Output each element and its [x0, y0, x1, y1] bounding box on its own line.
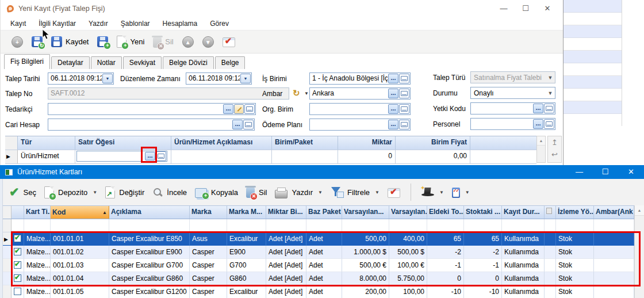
- table-row[interactable]: Malze... 001.01.05 Casper Excalibur G120…: [3, 285, 634, 298]
- satir-ogesi-cell[interactable]: ...: [75, 150, 171, 163]
- checkbox-cell[interactable]: [12, 246, 24, 259]
- table-row[interactable]: Malze... 001.01.02 Casper Excalibur E900…: [3, 246, 634, 259]
- dropdown-caret-icon[interactable]: ▼: [318, 190, 323, 195]
- column-header-marka-modeli[interactable]: Marka M...: [227, 206, 266, 219]
- column-header-ambar[interactable]: Ambar(Ank: [594, 206, 634, 219]
- save-button[interactable]: Kaydet: [49, 36, 90, 48]
- row-checkbox[interactable]: [14, 288, 21, 295]
- keyboard-button[interactable]: [156, 151, 166, 161]
- tab-belge-dovizi[interactable]: Belge Dövizi: [163, 56, 214, 69]
- yetki-kodu-field[interactable]: ...: [470, 102, 555, 114]
- row-checkbox[interactable]: [14, 261, 21, 269]
- satir-ogesi-editor[interactable]: ...: [76, 151, 167, 162]
- column-header-kod[interactable]: Kod▲: [51, 206, 109, 219]
- lookup-ellipsis-button[interactable]: ...: [388, 74, 398, 83]
- print-button[interactable]: Yazdır▼: [275, 186, 323, 198]
- menu-yazdir[interactable]: Yazdır: [82, 20, 114, 28]
- column-header-kart-tipi[interactable]: Kart Ti...: [24, 206, 51, 219]
- row-checkbox[interactable]: [14, 235, 21, 242]
- menu-hesaplama[interactable]: Hesaplama: [156, 20, 204, 28]
- keyboard-button[interactable]: [243, 120, 254, 129]
- cari-hesap-field[interactable]: ...: [48, 119, 255, 131]
- inspect-button[interactable]: İncele: [152, 187, 187, 198]
- window2-titlebar[interactable]: Ürün/Hizmet Kartları — ☐ ✕: [0, 165, 644, 179]
- minimize-button[interactable]: —: [493, 0, 515, 17]
- column-header-satir-ogesi[interactable]: Satır Öğesi: [75, 136, 171, 150]
- checkbox-cell[interactable]: [12, 259, 24, 272]
- checkbox-cell[interactable]: [12, 272, 24, 285]
- lookup-ellipsis-button[interactable]: ...: [533, 119, 543, 129]
- column-header-stoktaki[interactable]: Stoktaki ...: [464, 206, 502, 219]
- undo-row-icon[interactable]: ↩: [548, 148, 561, 161]
- keyboard-button[interactable]: [544, 119, 554, 129]
- scroll-up-icon[interactable]: ▲: [635, 205, 644, 216]
- column-header-aciklama[interactable]: Açıklama: [109, 206, 190, 219]
- lookup-ellipsis-button[interactable]: ...: [232, 120, 243, 129]
- column-header-birim-paket[interactable]: Birim/Paket: [272, 136, 338, 150]
- talep-tarihi-field[interactable]: 06.11.2018 09:12 ▼: [48, 72, 114, 85]
- personel-field[interactable]: ...: [470, 118, 555, 130]
- eject-row-icon[interactable]: ↥: [548, 136, 561, 148]
- tab-sevkiyat[interactable]: Sevkiyat: [123, 56, 162, 69]
- lookup-ellipsis-button[interactable]: ...: [533, 104, 543, 113]
- scroll-up-icon[interactable]: ▲: [537, 136, 545, 146]
- tab-notlar[interactable]: Notlar: [91, 56, 122, 69]
- window1-titlebar[interactable]: Yeni Kayıt (Fiyat Talep Fişi) — ☐ ✕: [1, 0, 563, 17]
- row-checkbox[interactable]: [14, 248, 21, 255]
- row-checkbox[interactable]: [14, 274, 21, 282]
- dropdown-caret-icon[interactable]: ▼: [439, 190, 444, 195]
- column-header-baz-paket[interactable]: Baz Paket: [306, 206, 342, 219]
- quick-pick-wand-button[interactable]: [234, 104, 244, 114]
- ambar-field[interactable]: Ankara ...: [309, 87, 411, 100]
- next-record-button[interactable]: ▼: [201, 36, 216, 48]
- column-header-urun-hizmet-aciklamasi[interactable]: Ürün/Hizmet Açıklaması: [171, 136, 272, 150]
- select-button[interactable]: ✔Seç: [9, 185, 36, 199]
- lookup-ellipsis-button[interactable]: ...: [388, 89, 398, 98]
- column-header-varsayilan-1[interactable]: Varsayılan...: [342, 206, 389, 219]
- previous-record-button[interactable]: ▲: [181, 36, 195, 48]
- is-birimi-field[interactable]: 1 - İç Anadolu Bölgesi [İç Anad ...: [309, 72, 411, 85]
- depozito-button[interactable]: +Depozito▼: [44, 186, 97, 198]
- keyboard-button[interactable]: [399, 74, 409, 83]
- menu-sablonlar[interactable]: Şablonlar: [114, 20, 156, 28]
- tab-detaylar[interactable]: Detaylar: [51, 56, 90, 69]
- approve-window-button[interactable]: [388, 187, 400, 198]
- dropdown-caret-icon[interactable]: ▼: [465, 190, 470, 195]
- column-header-izleme-yontemi[interactable]: İzleme Yö...: [556, 206, 594, 219]
- table-row[interactable]: Malze... 001.01.04 Casper Excalibur G860…: [3, 272, 634, 285]
- new-record-button[interactable]: +Yeni: [115, 35, 146, 48]
- header-checkbox-cell[interactable]: [12, 206, 24, 219]
- dropdown-caret-icon[interactable]: ▼: [93, 190, 97, 195]
- column-header-varsayilan-2[interactable]: Varsayılan...: [389, 206, 427, 219]
- checkbox-cell[interactable]: [12, 285, 24, 298]
- line-item-row[interactable]: ▶ Ürün/Hizmet ... 0 0,00: [5, 150, 536, 164]
- maximize-button[interactable]: ☐: [592, 165, 618, 179]
- lookup-ellipsis-button[interactable]: ...: [223, 104, 233, 114]
- calendar-dropdown-icon[interactable]: ▼: [240, 74, 251, 83]
- tab-fis-bilgileri[interactable]: Fiş Bilgileri: [4, 54, 50, 69]
- renumber-icon[interactable]: ↻: [293, 87, 300, 100]
- approve-window-button[interactable]: [221, 36, 237, 48]
- menu-kayit[interactable]: Kayıt: [4, 20, 32, 28]
- column-header-marka[interactable]: Marka: [190, 206, 227, 219]
- keyboard-button[interactable]: [244, 104, 255, 114]
- wizard-button[interactable]: ✦▼: [421, 187, 444, 197]
- delete-button[interactable]: ✕Sil: [246, 186, 267, 198]
- filter-row[interactable]: [3, 219, 634, 232]
- org-birim-field[interactable]: ...: [309, 103, 411, 115]
- menu-gorev[interactable]: Görev: [204, 20, 235, 28]
- menu-ilgili-kayitlar[interactable]: İlgili Kayıtlar: [32, 20, 82, 28]
- keyboard-button[interactable]: [399, 120, 409, 129]
- close-button[interactable]: ✕: [618, 165, 644, 179]
- copy-button[interactable]: +Kopyala: [195, 187, 238, 198]
- column-header-miktar[interactable]: Miktar: [338, 136, 396, 150]
- line-items-scrollbar[interactable]: ▲: [536, 136, 546, 163]
- keyboard-button[interactable]: [399, 89, 409, 98]
- close-button[interactable]: ✕: [536, 0, 558, 17]
- maximize-button[interactable]: ☐: [515, 0, 536, 17]
- column-header-miktar-birimi[interactable]: Miktar Bi...: [266, 206, 306, 219]
- lookup-ellipsis-button[interactable]: ...: [388, 120, 398, 129]
- table-scrollbar[interactable]: ▲: [634, 205, 644, 298]
- save-new-button[interactable]: +: [95, 36, 110, 48]
- calendar-dropdown-icon[interactable]: ▼: [102, 74, 113, 83]
